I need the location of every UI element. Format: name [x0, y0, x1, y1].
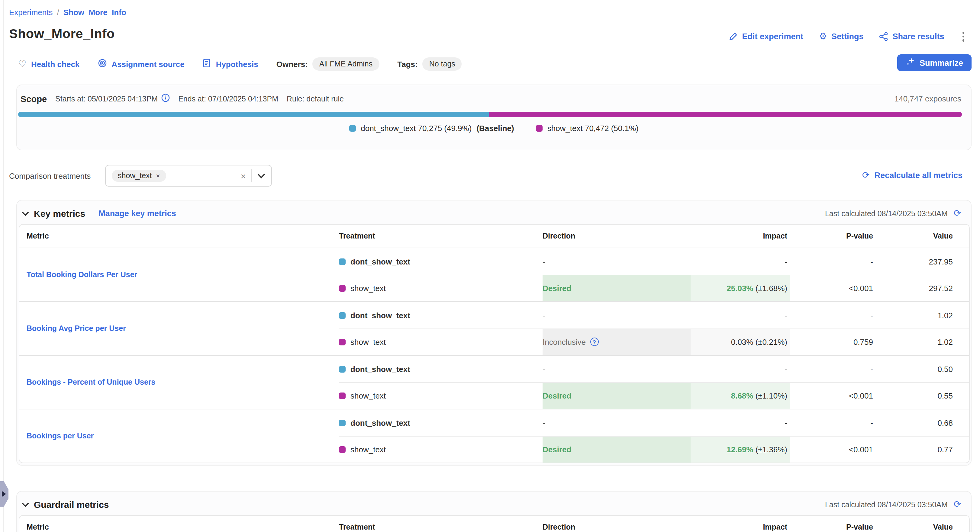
breadcrumb-separator: / [57, 8, 59, 17]
gcol-direction: Direction [542, 523, 690, 531]
question-icon[interactable]: ? [590, 338, 598, 346]
health-check-label: Health check [31, 59, 80, 68]
metric-link[interactable]: Booking Avg Price per User [27, 324, 126, 333]
col-direction: Direction [542, 232, 690, 240]
metric-link[interactable]: Total Booking Dollars Per User [27, 270, 137, 279]
collapse-guardrail-icon[interactable] [22, 502, 29, 507]
key-metrics-table: Metric Treatment Direction Impact P-valu… [19, 224, 970, 463]
treatment-label: dont_show_text [350, 257, 410, 266]
treatment-swatch [339, 419, 345, 426]
treatment-label: dont_show_text [350, 364, 410, 373]
impact-cell: - [690, 302, 790, 329]
metric-link[interactable]: Bookings per User [27, 432, 94, 440]
direction-label: - [542, 311, 545, 320]
guardrail-header: Guardrail metrics Last calculated 08/14/… [17, 492, 971, 510]
p-value-cell: - [790, 302, 874, 329]
gcol-metric: Metric [19, 523, 339, 531]
treatment-rows: dont_show_text - - - 1.02 show_text [339, 302, 969, 355]
assignment-source-link[interactable]: Assignment source [97, 59, 184, 70]
metric-cell: Bookings per User [19, 410, 339, 462]
value-cell: 0.50 [874, 356, 969, 382]
metric-group: Booking Avg Price per User dont_show_tex… [19, 301, 969, 355]
metric-group: Bookings - Percent of Unique Users dont_… [19, 355, 969, 409]
p-value-cell: - [790, 410, 874, 436]
triangle-right-icon [2, 491, 6, 497]
treatment-label: show_text [350, 284, 386, 292]
hypothesis-link[interactable]: Hypothesis [203, 59, 258, 70]
baseline-swatch [349, 125, 356, 132]
impact-main: - [784, 257, 787, 266]
impact-cell: 0.03% (±0.21%) [690, 329, 790, 355]
treatment-swatch-legend [536, 125, 542, 132]
settings-button[interactable]: ⚙ Settings [819, 32, 863, 41]
metric-link[interactable]: Bookings - Percent of Unique Users [27, 378, 155, 386]
guardrail-title: Guardrail metrics [34, 499, 109, 510]
edit-experiment-button[interactable]: Edit experiment [729, 32, 803, 41]
refresh-icon: ⟳ [862, 171, 870, 180]
direction-cell: Desired [542, 382, 690, 409]
guardrail-table: Metric Treatment Direction Impact P-valu… [19, 515, 970, 532]
gcol-pvalue: P-value [790, 523, 874, 531]
share-results-button[interactable]: Share results [880, 32, 944, 41]
comparison-treatments-select[interactable]: show_text × × [105, 165, 272, 187]
edit-experiment-label: Edit experiment [742, 32, 803, 41]
treatment-swatch [339, 312, 345, 319]
direction-label-wrap: Inconclusive ? [542, 337, 598, 346]
refresh-key-metrics-icon[interactable]: ⟳ [954, 209, 961, 218]
clear-selection-icon[interactable]: × [240, 171, 246, 180]
impact-ci: (±1.68%) [753, 284, 787, 292]
pencil-icon [729, 32, 738, 41]
legend-item-treatment: show_text 70,472 (50.1%) [536, 124, 639, 133]
direction-label: Desired [542, 284, 571, 292]
p-value-cell: <0.001 [790, 382, 874, 409]
treatment-row: dont_show_text - - - 0.50 [339, 356, 969, 382]
key-metrics-table-header: Metric Treatment Direction Impact P-valu… [19, 225, 969, 248]
treatment-row: show_text Desired 12.69% (±1.36%) <0.001… [339, 436, 969, 462]
recalculate-all-metrics-button[interactable]: ⟳ Recalculate all metrics [862, 171, 963, 180]
value-cell: 1.02 [874, 329, 969, 355]
impact-main: - [784, 364, 787, 373]
baseline-bar-segment [18, 112, 489, 117]
gcol-impact: Impact [690, 523, 790, 531]
treatment-cell: show_text [339, 275, 542, 301]
health-check-link[interactable]: ♡ Health check [18, 59, 80, 70]
exposures-count: 140,747 exposures [894, 94, 961, 103]
manage-key-metrics-link[interactable]: Manage key metrics [99, 209, 176, 218]
tags-pill[interactable]: No tags [423, 57, 462, 71]
breadcrumb: Experiments / Show_More_Info [9, 8, 126, 17]
direction-label-wrap: - [542, 257, 545, 266]
gcol-treatment: Treatment [339, 523, 542, 531]
p-value-cell: 0.759 [790, 329, 874, 355]
share-results-label: Share results [893, 32, 944, 41]
settings-label: Settings [831, 32, 864, 41]
impact-main: 12.69% [727, 445, 753, 454]
treatment-cell: dont_show_text [339, 248, 542, 275]
impact-cell: - [690, 410, 790, 436]
treatment-swatch [339, 285, 345, 291]
impact-ci: (±1.10%) [753, 391, 787, 400]
breadcrumb-current-link[interactable]: Show_More_Info [64, 8, 126, 17]
scope-card: Scope Starts at: 05/01/2025 04:13PM Ends… [16, 84, 972, 150]
refresh-guardrail-icon[interactable]: ⟳ [954, 500, 961, 509]
value-cell: 237.95 [874, 248, 969, 275]
treatment-cell: dont_show_text [339, 410, 542, 436]
treatment-chip[interactable]: show_text × [112, 170, 166, 182]
more-options-button[interactable] [960, 31, 967, 43]
direction-cell: Desired [542, 275, 690, 301]
info-icon[interactable] [161, 94, 170, 104]
expand-sidebar-button[interactable] [0, 481, 8, 507]
treatment-label: show_text [350, 391, 386, 400]
chevron-down-icon[interactable] [258, 170, 265, 181]
impact-cell: 12.69% (±1.36%) [690, 436, 790, 462]
breadcrumb-experiments-link[interactable]: Experiments [9, 8, 53, 17]
guardrail-last-calculated: Last calculated 08/14/2025 03:50AM ⟳ [825, 500, 961, 509]
summarize-button[interactable]: Summarize [897, 54, 972, 71]
legend-item-baseline: dont_show_text 70,275 (49.9%) (Baseline) [349, 124, 514, 133]
impact-ci: (±0.21%) [753, 337, 787, 346]
col-pvalue: P-value [790, 232, 874, 240]
last-calculated-text: Last calculated 08/14/2025 03:50AM [825, 209, 948, 218]
collapse-key-metrics-icon[interactable] [22, 211, 29, 216]
chip-remove-icon[interactable]: × [156, 172, 160, 179]
hypothesis-label: Hypothesis [216, 59, 258, 68]
owners-pill[interactable]: All FME Admins [313, 57, 379, 71]
